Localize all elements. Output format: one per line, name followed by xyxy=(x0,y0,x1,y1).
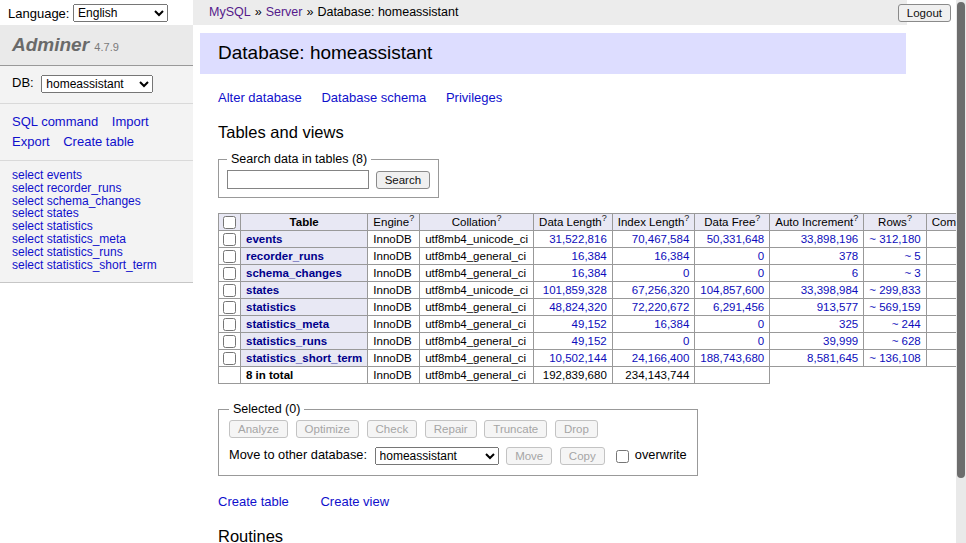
row-checkbox[interactable] xyxy=(223,233,236,246)
sidebar-tables-list: select events select recorder_runs selec… xyxy=(0,161,193,283)
breadcrumb-server-link[interactable]: Server xyxy=(266,5,303,19)
table-row: statistics_meta InnoDB utf8mb4_general_c… xyxy=(219,316,966,333)
engine-cell: InnoDB xyxy=(368,333,420,350)
sql-command-link[interactable]: SQL command xyxy=(12,114,98,129)
column-help-link[interactable]: ? xyxy=(684,214,689,224)
drop-button[interactable]: Drop xyxy=(555,420,598,438)
column-help-link[interactable]: ? xyxy=(853,214,858,224)
create-view-link[interactable]: Create view xyxy=(320,494,389,509)
overwrite-option: overwrite xyxy=(614,447,686,462)
row-checkbox[interactable] xyxy=(223,352,236,365)
analyze-button[interactable]: Analyze xyxy=(229,420,288,438)
table-link[interactable]: schema_changes xyxy=(246,267,342,279)
rows-count-link[interactable]: ~ 136,108 xyxy=(869,352,920,364)
column-help-link[interactable]: ? xyxy=(602,214,607,224)
breadcrumb-current: Database: homeassistant xyxy=(317,5,458,19)
column-header-data-length: Data Length? xyxy=(534,214,613,231)
breadcrumb-mysql-link[interactable]: MySQL xyxy=(209,5,251,19)
scrollbar-thumb[interactable] xyxy=(957,2,965,478)
rows-count-cell: ~ 299,833 xyxy=(864,282,926,299)
table-link[interactable]: events xyxy=(246,233,282,245)
rows-count-cell: ~ 628 xyxy=(864,333,926,350)
collation-cell: utf8mb4_general_ci xyxy=(420,333,534,350)
sidebar-item-select-events[interactable]: select events xyxy=(12,169,181,182)
db-label: DB: xyxy=(12,75,34,90)
app-title: Adminer 4.7.9 xyxy=(0,25,193,66)
row-checkbox[interactable] xyxy=(223,250,236,263)
total-empty-region xyxy=(770,367,966,384)
column-header-index-length: Index Length? xyxy=(612,214,695,231)
row-checkbox[interactable] xyxy=(223,301,236,314)
column-help-link[interactable]: ? xyxy=(409,214,414,224)
column-help-link[interactable]: ? xyxy=(907,214,912,224)
engine-cell: InnoDB xyxy=(368,350,420,367)
import-link[interactable]: Import xyxy=(112,114,149,129)
rows-count-link[interactable]: ~ 628 xyxy=(892,335,921,347)
check-button[interactable]: Check xyxy=(367,420,418,438)
rows-count-link[interactable]: ~ 3 xyxy=(904,267,920,279)
truncate-button[interactable]: Truncate xyxy=(484,420,547,438)
table-link[interactable]: statistics xyxy=(246,301,296,313)
export-link[interactable]: Export xyxy=(12,134,50,149)
create-table-link[interactable]: Create table xyxy=(63,134,134,149)
search-input[interactable] xyxy=(227,170,369,189)
rows-count-link[interactable]: ~ 569,159 xyxy=(869,301,920,313)
search-button[interactable]: Search xyxy=(376,171,430,189)
scrollbar[interactable] xyxy=(956,0,966,543)
row-checkbox[interactable] xyxy=(223,335,236,348)
rows-count-link[interactable]: ~ 244 xyxy=(892,318,921,330)
data-free-cell: 0 xyxy=(695,248,770,265)
sidebar-item-select-recorder-runs[interactable]: select recorder_runs xyxy=(12,182,181,195)
sidebar-item-select-statistics-runs[interactable]: select statistics_runs xyxy=(12,246,181,259)
table-link[interactable]: statistics_runs xyxy=(246,335,327,347)
database-schema-link[interactable]: Database schema xyxy=(321,90,426,105)
row-checkbox[interactable] xyxy=(223,318,236,331)
rows-count-link[interactable]: ~ 299,833 xyxy=(869,284,920,296)
select-all-checkbox[interactable] xyxy=(223,216,236,229)
privileges-link[interactable]: Privileges xyxy=(446,90,502,105)
adminer-logo-link[interactable]: Adminer xyxy=(12,34,89,55)
data-free-cell: 188,743,680 xyxy=(695,350,770,367)
index-length-cell: 70,467,584 xyxy=(612,231,695,248)
column-help-link[interactable]: ? xyxy=(755,214,760,224)
repair-button[interactable]: Repair xyxy=(425,420,477,438)
table-link[interactable]: statistics_short_term xyxy=(246,352,362,364)
sidebar-item-select-statistics-short-term[interactable]: select statistics_short_term xyxy=(12,259,181,272)
rows-count-cell: ~ 244 xyxy=(864,316,926,333)
total-index-length-cell: 234,143,744 xyxy=(612,367,695,384)
data-free-cell: 104,857,600 xyxy=(695,282,770,299)
column-header-collation: Collation? xyxy=(420,214,534,231)
db-select[interactable]: homeassistant xyxy=(41,75,153,93)
move-database-select[interactable]: homeassistant xyxy=(375,447,499,465)
alter-database-link[interactable]: Alter database xyxy=(218,90,302,105)
table-row: states InnoDB utf8mb4_unicode_ci 101,859… xyxy=(219,282,966,299)
rows-count-link[interactable]: ~ 5 xyxy=(904,250,920,262)
auto-increment-cell: 8,581,645 xyxy=(770,350,864,367)
collation-cell: utf8mb4_general_ci xyxy=(420,248,534,265)
column-help-link[interactable]: ? xyxy=(496,214,501,224)
sidebar-item-select-statistics-meta[interactable]: select statistics_meta xyxy=(12,233,181,246)
engine-cell: InnoDB xyxy=(368,265,420,282)
logout-button[interactable]: Logout xyxy=(898,4,951,22)
data-length-cell: 48,824,320 xyxy=(534,299,613,316)
table-link[interactable]: statistics_meta xyxy=(246,318,329,330)
rows-count-link[interactable]: ~ 312,180 xyxy=(869,233,920,245)
table-link[interactable]: states xyxy=(246,284,279,296)
index-length-cell: 0 xyxy=(612,333,695,350)
sidebar: Adminer 4.7.9 DB: homeassistant SQL comm… xyxy=(0,25,193,283)
row-checkbox[interactable] xyxy=(223,267,236,280)
optimize-button[interactable]: Optimize xyxy=(296,420,359,438)
index-length-cell: 0 xyxy=(612,265,695,282)
column-header-rows: Rows? xyxy=(864,214,926,231)
auto-increment-cell: 33,398,984 xyxy=(770,282,864,299)
table-row: statistics_short_term InnoDB utf8mb4_gen… xyxy=(219,350,966,367)
engine-cell: InnoDB xyxy=(368,231,420,248)
copy-button[interactable]: Copy xyxy=(560,447,605,465)
data-free-cell: 0 xyxy=(695,265,770,282)
create-table-link-main[interactable]: Create table xyxy=(218,494,289,509)
table-link[interactable]: recorder_runs xyxy=(246,250,324,262)
move-button[interactable]: Move xyxy=(506,447,552,465)
language-select[interactable]: English xyxy=(73,4,168,22)
overwrite-checkbox[interactable] xyxy=(616,450,629,463)
row-checkbox[interactable] xyxy=(223,284,236,297)
